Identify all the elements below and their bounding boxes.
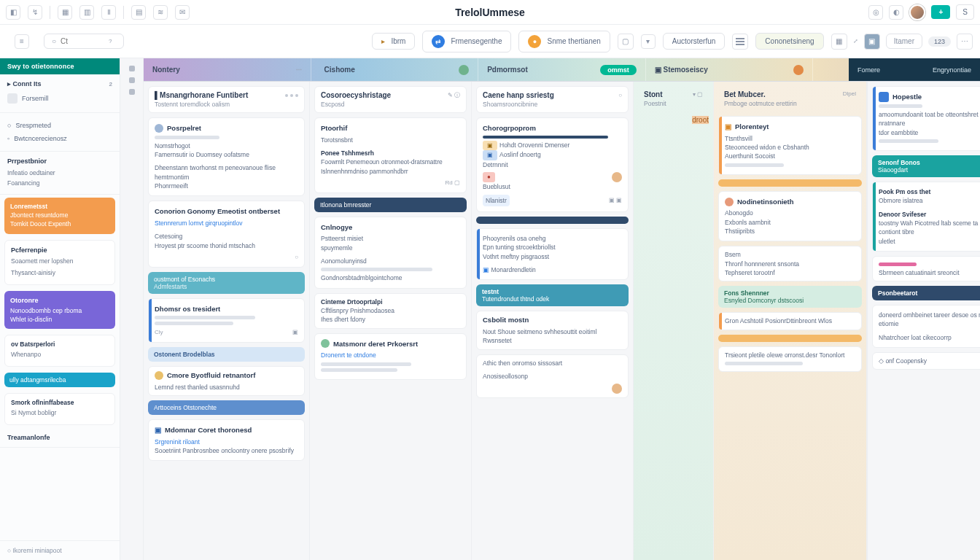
card[interactable]: Hopestle amoomundoanit toat be otteontsh… [872,86,980,151]
calendar-icon[interactable]: ▤ [131,5,146,20]
kanban-icon[interactable]: ▥ [79,5,94,20]
card[interactable]: doneerd omhbeinet tareer desoe os ne eti… [872,305,980,348]
card[interactable]: Nodinetinsonieth Abonogdo Exbonls aambni… [718,191,862,242]
timeline-icon[interactable]: ≋ [153,5,168,20]
settings-icon[interactable]: ▦ [831,34,847,50]
column: ▌Msnangrhorane Funtibert Tostennt toremd… [144,82,310,560]
divider [718,179,862,187]
tab-calendar[interactable]: Cononetsineng [755,33,823,50]
divider [476,217,629,224]
menu-icon[interactable]: ≡ [15,34,29,49]
card[interactable]: Gron Acshtotil PosionrDttinbreont Wlos [718,312,862,330]
view-count: 123 [928,36,951,47]
divider [718,335,862,342]
card[interactable]: Athic then onromso sissosart Anosiseollo… [476,354,629,399]
rail-icon[interactable] [129,77,135,83]
card[interactable]: Cnlnogye Pstteerst misiet spuymemle Aono… [314,217,467,289]
filter-button[interactable]: Itamer [886,34,922,49]
sidebar-item[interactable]: Forsemill [7,90,112,106]
zoom-icon[interactable]: ⤢ [853,38,858,44]
avatar[interactable] [909,4,925,20]
share-icon[interactable]: ▣ [864,34,880,50]
lane-tab-dark[interactable]: FomereEngrynontiae [849,58,980,81]
column-header[interactable]: ▌Msnangrhorane Funtibert Tostennt toremd… [148,86,305,113]
section-band[interactable]: Ostonent Brodelblas [148,347,305,362]
forward-icon[interactable]: ↯ [28,5,42,20]
sidebar-card[interactable]: ov Batsrperlori Whenanpo [4,335,115,367]
column: Bet Mubcer.Pmboge ootmutce erettirin Dlp… [714,82,867,560]
tab-board[interactable]: ▸Ibrm [372,33,415,50]
card[interactable]: Cmore Byotfluid retnantorf Lemnd rest th… [148,366,305,396]
section-band[interactable]: oustmont of EsonachsAdmfestarts [148,272,305,294]
sidebar-link[interactable]: Infeatio oedtainer [7,168,112,178]
card[interactable]: Csbolit mostn Nout Shoue seitmeno svhhes… [476,311,629,349]
back-icon[interactable]: ◧ [6,5,20,20]
section-band[interactable]: Itlonona bmresster [314,198,467,212]
rail [120,58,144,560]
section-band[interactable]: Senonf BonosSiaoogdart [872,155,980,177]
section-band[interactable]: testntTutendrondut thtnd odek [476,284,629,306]
subbar: ≡ ○ ? ▸Ibrm ⇄Frmensegenthe ●Snme thertia… [0,25,980,58]
card[interactable]: Trsieont pletile olewe orronst.desr Tono… [718,346,862,372]
card[interactable]: Bsem Thronf honnnerent snsonta Tephseret… [718,246,862,281]
status-dot [459,65,469,75]
card[interactable]: Cinteme Drtooprtalpi Cfftlisnpry Pnishmo… [314,293,467,329]
lane-tab[interactable]: ▣ Stemoseiscy [646,58,814,81]
card[interactable]: ◇ onf Coopensky [872,352,980,370]
card[interactable]: Dhomsr os tresidert Cly▣ [148,298,305,343]
section-band[interactable]: Arttoceins Otstonechte [148,400,305,415]
globe-icon[interactable]: ◎ [868,5,883,20]
card[interactable]: Posrpelret Nomstrhogot Famernsutir io Du… [148,117,305,196]
column-header[interactable]: Cosoroecyshristage✎ ⓘ Escposd [314,86,467,113]
chevron-down-icon[interactable]: ▾ [641,34,656,49]
column-header[interactable]: Stont▾ ▢ Poestnit [638,86,709,112]
tab-status[interactable]: ●Snme thertianen [518,31,610,52]
sidebar-banner: Swy to otietonnonce [0,58,120,74]
lane-tab[interactable]: Nontery⋯ [144,58,311,81]
card[interactable]: Phooyrenils osa onehg Epn tunting strcoe… [476,228,629,280]
lane-tab[interactable]: Cishome [311,58,479,81]
sidebar-pill[interactable]: ully adtangmsrilecba [4,373,115,387]
status-badge: ommst [600,65,637,75]
sidebar-card[interactable]: Pcferrenpie Soaomett mer lopshen Thysanc… [4,240,115,285]
list-icon[interactable]: Ⅱ [101,5,116,20]
sidebar-card-purple[interactable]: Otoronre Nonoodbomhb cep rboma Whlet io-… [4,291,115,329]
card[interactable]: Chorogrpoprom ▣Hohdt Orovenni Dmenser ▣A… [476,117,629,212]
sidebar-item[interactable]: ○Srespmeted [7,119,112,132]
notify-icon[interactable]: ◐ [889,5,903,20]
lane-tab[interactable]: Pdmormsotommst [478,58,646,81]
search-field[interactable] [61,37,104,45]
tag[interactable]: droot [692,116,709,124]
search-icon: ○ [52,37,56,45]
card[interactable]: Sbrmeen catuatinairt sreoncit [872,256,980,281]
rail-icon[interactable] [129,66,135,71]
sidebar-link[interactable]: Foanancing [7,178,112,188]
bars-icon[interactable] [732,34,748,50]
tab-people[interactable]: ⇄Frmensegenthe [422,31,511,52]
column: Caene hanp ssriestg○ Shoamsrooncibnine C… [472,82,634,560]
section-band[interactable]: Psonbeetarot [872,286,980,300]
view-icon-1[interactable]: ▢ [618,34,634,50]
sidebar-card[interactable]: Smork oflninffabease Si Nymot bobligr [4,393,115,425]
app-title: TrelolUmmese [455,7,525,18]
card[interactable]: Pook Pm oss thet Obmore islatrea Denoor … [872,182,980,252]
column-header[interactable]: Bet Mubcer.Pmboge ootmutce erettirin Dlp… [718,86,862,112]
more-icon[interactable]: ⋯ [957,34,973,50]
tab-automation[interactable]: Auctorsterfun [663,33,725,50]
column-header[interactable]: Caene hanp ssriestg○ Shoamsrooncibnine [476,86,629,113]
grid-icon[interactable]: ▦ [58,5,72,20]
card[interactable]: Matsmonr deret Prkoersrt Dronenrt te otn… [314,333,467,380]
avatar-icon [612,384,622,394]
rail-icon[interactable] [129,89,135,95]
sidebar-card-orange[interactable]: Lonremetsst Jbontect resuntdome Tomkit D… [4,198,115,234]
chat-icon[interactable]: ✉ [175,5,190,20]
sidebar-item[interactable]: ◦Bwtcncerecienosz [7,132,112,145]
card[interactable]: Conorion Gonomy Emeotist ontberset Stenn… [148,201,305,267]
section-band[interactable]: Fons ShennnerEsnyled Domconyr dstscoosi [718,286,862,308]
search-input[interactable]: ○ ? [44,34,124,49]
create-button[interactable]: + [931,5,950,19]
card[interactable]: ▣Plorenteyt Ttsnthsvill Steoonceed widon… [718,116,862,175]
help-button[interactable]: S [956,4,974,20]
card[interactable]: Ptoorhif Torotsnsbnt Ponee Tshhmesrh Foo… [314,117,467,193]
card[interactable]: ▣Mdomnar Coret thoronesd Srgreninit rilo… [148,419,305,461]
